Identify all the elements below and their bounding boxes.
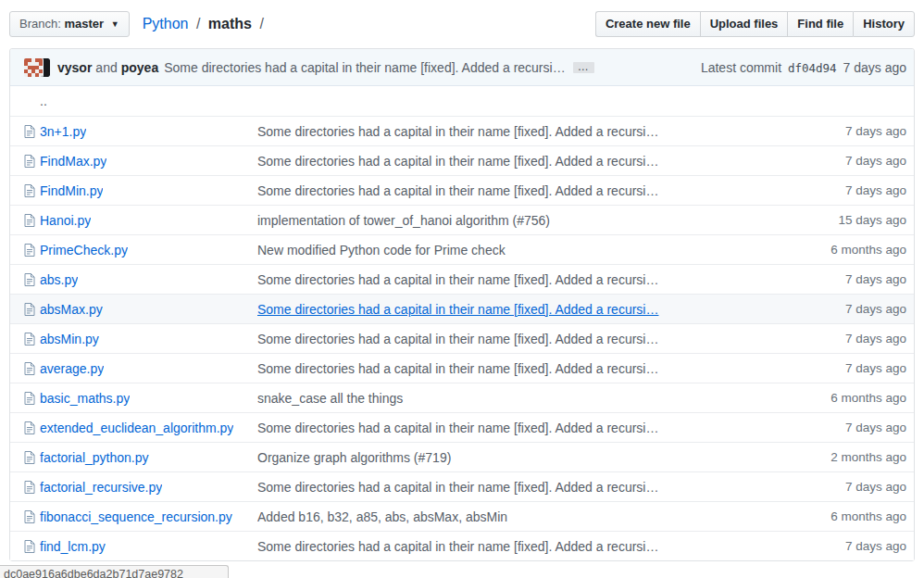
- commit-age-cell: 15 days ago: [781, 213, 906, 227]
- row-commit-message-link[interactable]: snake_case all the things: [257, 391, 403, 406]
- file-name-cell: absMin.py: [24, 332, 257, 346]
- branch-name: master: [64, 17, 104, 31]
- commit-age-cell: 7 days ago: [781, 361, 906, 375]
- upload-files-button[interactable]: Upload files: [700, 11, 788, 37]
- repo-action-buttons: Create new file Upload files Find file H…: [595, 11, 915, 37]
- commit-age-cell: 7 days ago: [781, 183, 906, 197]
- file-icon: [24, 481, 35, 494]
- breadcrumb-root-link[interactable]: Python: [143, 16, 189, 31]
- row-commit-message-link[interactable]: Some directories had a capital in their …: [257, 154, 658, 169]
- file-name-link[interactable]: average.py: [40, 361, 104, 376]
- commit-age-cell: 6 months ago: [781, 391, 906, 405]
- table-row: factorial_python.py Organize graph algor…: [10, 442, 914, 471]
- file-name-link[interactable]: factorial_python.py: [40, 450, 149, 465]
- file-name-cell: Hanoi.py: [24, 213, 257, 228]
- row-commit-message-link[interactable]: implementation of tower_of_hanoi algorit…: [257, 213, 550, 228]
- table-row: PrimeCheck.py New modified Python code f…: [10, 234, 914, 264]
- table-row: FindMax.py Some directories had a capita…: [10, 145, 914, 175]
- commit-age-cell: 7 days ago: [781, 332, 906, 346]
- commit-message-cell: Some directories had a capital in their …: [257, 183, 781, 198]
- file-name-cell: 3n+1.py: [24, 124, 257, 139]
- file-name-cell: PrimeCheck.py: [24, 243, 257, 258]
- breadcrumb-trailing-separator: /: [259, 16, 263, 31]
- row-commit-message-link[interactable]: Some directories had a capital in their …: [257, 183, 658, 198]
- file-name-link[interactable]: FindMax.py: [40, 154, 106, 169]
- row-commit-message-link[interactable]: Some directories had a capital in their …: [257, 272, 658, 287]
- breadcrumb-separator: /: [196, 16, 200, 31]
- commit-message-cell: implementation of tower_of_hanoi algorit…: [257, 213, 781, 228]
- file-name-cell: basic_maths.py: [24, 391, 257, 406]
- commit-message-cell: Some directories had a capital in their …: [257, 539, 781, 554]
- file-name-link[interactable]: 3n+1.py: [40, 124, 86, 139]
- file-name-link[interactable]: PrimeCheck.py: [40, 243, 128, 258]
- file-name-link[interactable]: abs.py: [40, 272, 78, 287]
- file-name-link[interactable]: find_lcm.py: [40, 539, 106, 554]
- commit-author-secondary-link[interactable]: poyea: [121, 60, 158, 75]
- commit-message-expander-button[interactable]: …: [573, 62, 594, 73]
- row-commit-message-link[interactable]: New modified Python code for Prime check: [257, 243, 506, 258]
- latest-commit-sha-link[interactable]: df04d94: [788, 61, 837, 75]
- file-name-link[interactable]: fibonacci_sequence_recursion.py: [40, 509, 232, 524]
- row-commit-message-link[interactable]: Organize graph algorithms (#719): [257, 450, 451, 465]
- row-commit-message-link[interactable]: Some directories had a capital in their …: [257, 361, 658, 376]
- file-icon: [24, 155, 35, 168]
- commit-age-cell: 6 months ago: [781, 243, 906, 257]
- file-icon: [24, 214, 35, 227]
- file-name-link[interactable]: extended_euclidean_algorithm.py: [40, 421, 233, 435]
- row-commit-message-link[interactable]: Some directories had a capital in their …: [257, 124, 658, 139]
- row-commit-message-link[interactable]: Some directories had a capital in their …: [257, 539, 658, 554]
- file-name-link[interactable]: absMax.py: [40, 302, 103, 317]
- file-name-cell: abs.py: [24, 272, 257, 287]
- table-row: average.py Some directories had a capita…: [10, 353, 914, 383]
- file-name-cell: FindMin.py: [24, 183, 257, 198]
- repo-toolbar: Branch: master ▼ Python / maths / Create…: [9, 11, 915, 37]
- file-name-link[interactable]: absMin.py: [40, 332, 99, 346]
- table-row: Hanoi.py implementation of tower_of_hano…: [10, 205, 914, 234]
- file-icon: [24, 273, 35, 286]
- avatar-identicon[interactable]: [24, 58, 43, 77]
- commit-age-cell: 6 months ago: [781, 509, 906, 523]
- history-button[interactable]: History: [853, 11, 915, 37]
- commit-message-cell: Organize graph algorithms (#719): [257, 450, 781, 465]
- file-icon: [24, 333, 35, 346]
- file-icon: [24, 303, 35, 316]
- file-icon: [24, 244, 35, 257]
- file-icon: [24, 451, 35, 464]
- file-name-link[interactable]: FindMin.py: [40, 183, 103, 198]
- file-icon: [24, 184, 35, 197]
- file-name-link[interactable]: Hanoi.py: [40, 213, 91, 228]
- branch-selector-button[interactable]: Branch: master ▼: [9, 11, 130, 38]
- file-icon: [24, 540, 35, 553]
- commit-message-cell: New modified Python code for Prime check: [257, 243, 781, 258]
- file-name-link[interactable]: basic_maths.py: [40, 391, 130, 406]
- branch-label: Branch:: [19, 17, 61, 31]
- chevron-down-icon: ▼: [111, 17, 119, 31]
- commit-author-primary-link[interactable]: vysor: [57, 60, 92, 75]
- file-name-cell: FindMax.py: [24, 154, 257, 169]
- parent-directory-link[interactable]: ..: [40, 94, 47, 108]
- table-row: FindMin.py Some directories had a capita…: [10, 175, 914, 205]
- breadcrumb-current-dir: maths: [208, 16, 252, 31]
- latest-commit-age: 7 days ago: [843, 60, 907, 75]
- row-commit-message-link[interactable]: Some directories had a capital in their …: [257, 480, 658, 495]
- commit-message-cell: Some directories had a capital in their …: [257, 154, 781, 169]
- commit-message-cell: Some directories had a capital in their …: [257, 272, 781, 287]
- commit-author-avatars: [24, 58, 50, 77]
- find-file-button[interactable]: Find file: [787, 11, 853, 37]
- latest-commit-message-link[interactable]: Some directories had a capital in their …: [164, 60, 565, 75]
- commit-age-cell: 7 days ago: [781, 539, 906, 553]
- create-new-file-button[interactable]: Create new file: [595, 11, 700, 37]
- file-rows: 3n+1.py Some directories had a capital i…: [10, 116, 914, 560]
- row-commit-message-link[interactable]: Some directories had a capital in their …: [257, 302, 658, 317]
- row-commit-message-link[interactable]: Added b16, b32, a85, abs, absMax, absMin: [257, 509, 507, 524]
- file-name-link[interactable]: factorial_recursive.py: [40, 480, 162, 495]
- browser-status-bubble: dc0ae916a6dbe6da2b71d7ae9782: [0, 565, 229, 578]
- row-commit-message-link[interactable]: Some directories had a capital in their …: [257, 332, 658, 346]
- commit-age-cell: 7 days ago: [781, 154, 906, 168]
- file-icon: [24, 362, 35, 375]
- commit-age-cell: 2 months ago: [781, 450, 906, 464]
- breadcrumb: Python / maths /: [143, 16, 268, 32]
- row-commit-message-link[interactable]: Some directories had a capital in their …: [257, 421, 658, 435]
- latest-commit-label: Latest commit: [701, 60, 781, 75]
- commit-message-cell: Some directories had a capital in their …: [257, 332, 781, 346]
